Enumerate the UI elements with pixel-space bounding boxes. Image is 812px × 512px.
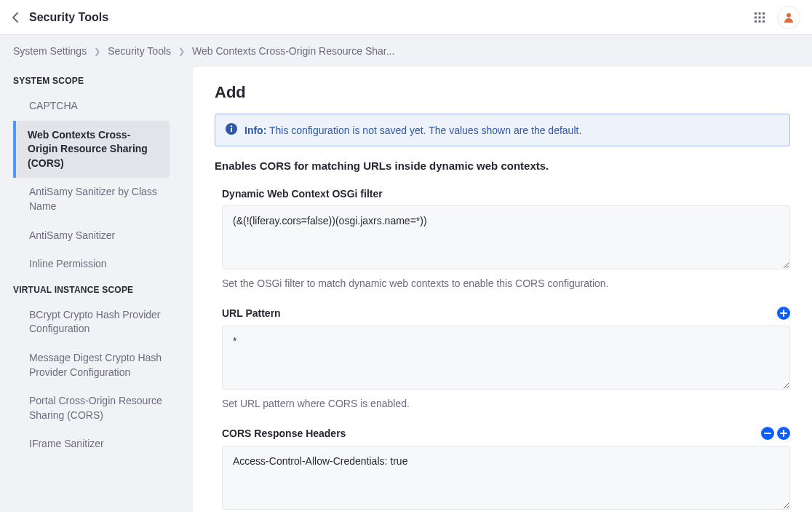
field-osgi: Dynamic Web Context OSGi filter Set the … (215, 188, 790, 289)
breadcrumb: System Settings ❯ Security Tools ❯ Web C… (0, 35, 812, 67)
avatar[interactable] (777, 6, 800, 29)
add-button[interactable] (777, 427, 790, 440)
osgi-label: Dynamic Web Context OSGi filter (222, 188, 383, 200)
main-content: Add Info: This configuration is not save… (193, 67, 812, 512)
apps-icon[interactable] (752, 10, 767, 25)
minus-icon (764, 430, 771, 437)
plus-icon (780, 430, 787, 437)
info-text: This configuration is not saved yet. The… (269, 125, 581, 136)
main-heading: Add (215, 83, 790, 102)
config-description: Enables CORS for matching URLs inside dy… (215, 159, 790, 172)
breadcrumb-item[interactable]: Security Tools (108, 45, 171, 57)
sidebar-item-portal-cors[interactable]: Portal Cross-Origin Resource Sharing (CO… (1, 387, 184, 430)
sidebar-item-antisamy-class[interactable]: AntiSamy Sanitizer by Class Name (1, 178, 184, 221)
scope-header-virtual: VIRTUAL INSTANCE SCOPE (0, 279, 184, 301)
chevron-right-icon: ❯ (178, 47, 185, 56)
svg-rect-5 (763, 16, 765, 18)
sidebar-item-inline-permission[interactable]: Inline Permission (1, 250, 184, 279)
page-title: Security Tools (29, 11, 108, 24)
remove-button[interactable] (761, 427, 774, 440)
field-url: URL Pattern Set URL pattern where CORS i… (215, 307, 790, 409)
svg-rect-6 (755, 20, 757, 23)
breadcrumb-item[interactable]: System Settings (13, 45, 87, 57)
info-label: Info: (244, 125, 266, 136)
field-headers: CORS Response Headers Set the headers to… (215, 427, 790, 512)
headers-input[interactable] (222, 446, 790, 510)
svg-rect-11 (231, 128, 232, 132)
svg-rect-1 (759, 12, 761, 15)
url-label: URL Pattern (222, 307, 281, 319)
sidebar-item-bcrypt[interactable]: BCrypt Crypto Hash Provider Configuratio… (1, 301, 184, 344)
sidebar-item-captcha[interactable]: CAPTCHA (1, 92, 184, 121)
plus-icon (780, 310, 787, 317)
topbar-left: Security Tools (12, 11, 108, 24)
osgi-help: Set the OSGi filter to match dynamic web… (222, 277, 790, 289)
topbar-right (752, 6, 800, 29)
layout: SYSTEM SCOPE CAPTCHA Web Contexts Cross-… (0, 67, 812, 512)
headers-label: CORS Response Headers (222, 428, 346, 439)
sidebar-item-antisamy[interactable]: AntiSamy Sanitizer (1, 221, 184, 251)
svg-rect-2 (763, 12, 765, 15)
svg-rect-4 (759, 16, 761, 18)
sidebar-item-cors[interactable]: Web Contexts Cross-Origin Resource Shari… (13, 121, 170, 178)
svg-point-9 (787, 13, 791, 17)
info-content: Info: This configuration is not saved ye… (244, 125, 581, 136)
svg-rect-3 (755, 16, 757, 18)
chevron-left-icon (12, 12, 19, 23)
info-icon (226, 123, 237, 137)
url-actions (777, 307, 790, 320)
user-icon (783, 12, 795, 23)
breadcrumb-item[interactable]: Web Contexts Cross-Origin Resource Shar.… (192, 45, 394, 57)
url-input[interactable] (222, 326, 790, 390)
svg-rect-7 (759, 20, 761, 23)
osgi-input[interactable] (222, 205, 790, 269)
sidebar: SYSTEM SCOPE CAPTCHA Web Contexts Cross-… (0, 67, 193, 473)
svg-point-12 (231, 125, 232, 127)
svg-rect-0 (755, 12, 757, 15)
topbar: Security Tools (0, 0, 812, 35)
sidebar-item-digest[interactable]: Message Digest Crypto Hash Provider Conf… (1, 344, 184, 387)
headers-actions (761, 427, 790, 440)
back-button[interactable] (12, 12, 19, 23)
info-alert: Info: This configuration is not saved ye… (215, 114, 790, 146)
scope-header-system: SYSTEM SCOPE (0, 70, 184, 92)
add-button[interactable] (777, 307, 790, 320)
svg-rect-8 (763, 20, 765, 23)
chevron-right-icon: ❯ (94, 47, 100, 56)
url-help: Set URL pattern where CORS is enabled. (222, 398, 790, 409)
sidebar-item-iframe[interactable]: IFrame Sanitizer (1, 430, 184, 459)
